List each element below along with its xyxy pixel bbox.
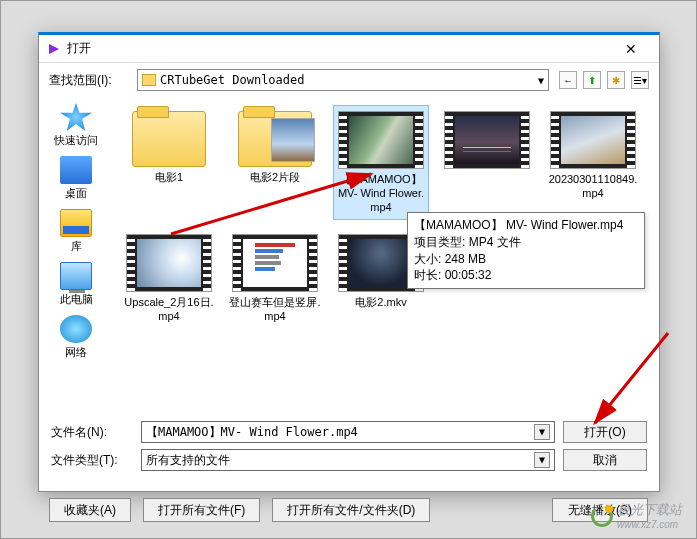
views-icon[interactable]: ☰▾ <box>631 71 649 89</box>
location-combo[interactable]: CRTubeGet Downloaded ▼ <box>137 69 549 91</box>
file-item-folder[interactable]: 电影1 <box>121 105 217 220</box>
sidebar-item-label: 网络 <box>65 345 87 360</box>
folder-icon <box>238 111 312 167</box>
file-name: 电影1 <box>155 171 183 185</box>
sidebar-item-quickaccess[interactable]: 快速访问 <box>54 103 98 148</box>
tooltip-filename: 【MAMAMOO】 MV- Wind Flower.mp4 <box>414 217 638 234</box>
video-thumbnail <box>338 111 424 169</box>
bottom-button-bar: 收藏夹(A) 打开所有文件(F) 打开所有文件/文件夹(D) 无缝播放(S) <box>49 498 648 522</box>
title-text: 打开 <box>67 40 611 57</box>
file-item-video[interactable]: 20230301110849.mp4 <box>545 105 641 220</box>
filetype-label: 文件类型(T): <box>51 452 133 469</box>
chevron-down-icon: ▼ <box>534 452 550 468</box>
sidebar-item-label: 快速访问 <box>54 133 98 148</box>
up-icon[interactable]: ⬆ <box>583 71 601 89</box>
location-text: CRTubeGet Downloaded <box>160 73 305 87</box>
open-button[interactable]: 打开(O) <box>563 421 647 443</box>
file-item-video[interactable] <box>439 105 535 220</box>
app-icon <box>47 42 61 56</box>
open-all-files-button[interactable]: 打开所有文件(F) <box>143 498 260 522</box>
cancel-button[interactable]: 取消 <box>563 449 647 471</box>
toolbar: 查找范围(I): CRTubeGet Downloaded ▼ ← ⬆ ✱ ☰▾ <box>39 63 659 97</box>
file-tooltip: 【MAMAMOO】 MV- Wind Flower.mp4 项目类型: MP4 … <box>407 212 645 289</box>
filetype-value: 所有支持的文件 <box>146 452 230 469</box>
svg-marker-0 <box>49 44 59 54</box>
folder-icon <box>132 111 206 167</box>
sidebar-item-thispc[interactable]: 此电脑 <box>60 262 93 307</box>
video-thumbnail <box>126 234 212 292</box>
chevron-down-icon: ▼ <box>534 424 550 440</box>
new-folder-icon[interactable]: ✱ <box>607 71 625 89</box>
bottom-fields: 文件名(N): 【MAMAMOO】MV- Wind Flower.mp4 ▼ 打… <box>39 415 659 471</box>
thispc-icon <box>60 262 92 290</box>
tooltip-duration-row: 时长: 00:05:32 <box>414 267 638 284</box>
file-item-video[interactable]: 登山赛车但是竖屏.mp4 <box>227 228 323 330</box>
video-thumbnail <box>444 111 530 169</box>
tooltip-type-row: 项目类型: MP4 文件 <box>414 234 638 251</box>
favorites-button[interactable]: 收藏夹(A) <box>49 498 131 522</box>
chevron-down-icon: ▼ <box>538 75 544 86</box>
video-thumbnail <box>232 234 318 292</box>
sidebar: 快速访问 桌面 库 此电脑 网络 <box>39 97 113 415</box>
file-name: 登山赛车但是竖屏.mp4 <box>229 296 321 324</box>
desktop-icon <box>60 156 92 184</box>
file-item-video[interactable]: Upscale_2月16日.mp4 <box>121 228 217 330</box>
sidebar-item-network[interactable]: 网络 <box>60 315 92 360</box>
back-icon[interactable]: ← <box>559 71 577 89</box>
network-icon <box>60 315 92 343</box>
filetype-combo[interactable]: 所有支持的文件 ▼ <box>141 449 555 471</box>
seamless-button[interactable]: 无缝播放(S) <box>552 498 648 522</box>
open-all-folders-button[interactable]: 打开所有文件/文件夹(D) <box>272 498 430 522</box>
tooltip-size-row: 大小: 248 MB <box>414 251 638 268</box>
file-name: 20230301110849.mp4 <box>547 173 639 201</box>
quickaccess-icon <box>60 103 92 131</box>
sidebar-item-desktop[interactable]: 桌面 <box>60 156 92 201</box>
look-in-label: 查找范围(I): <box>49 72 131 89</box>
file-name: 【MAMAMOO】 MV- Wind Flower.mp4 <box>335 173 427 214</box>
file-name: Upscale_2月16日.mp4 <box>123 296 215 324</box>
file-item-folder[interactable]: 电影2片段 <box>227 105 323 220</box>
video-thumbnail <box>550 111 636 169</box>
close-button[interactable]: ✕ <box>611 41 651 57</box>
file-item-video-selected[interactable]: 【MAMAMOO】 MV- Wind Flower.mp4 <box>333 105 429 220</box>
outer-frame: 打开 ✕ 查找范围(I): CRTubeGet Downloaded ▼ ← ⬆… <box>0 0 697 539</box>
file-name: 电影2片段 <box>250 171 300 185</box>
sidebar-item-library[interactable]: 库 <box>60 209 92 254</box>
library-icon <box>60 209 92 237</box>
sidebar-item-label: 库 <box>71 239 82 254</box>
filename-label: 文件名(N): <box>51 424 133 441</box>
sidebar-item-label: 桌面 <box>65 186 87 201</box>
filename-value: 【MAMAMOO】MV- Wind Flower.mp4 <box>146 424 358 441</box>
toolbar-icons: ← ⬆ ✱ ☰▾ <box>559 71 649 89</box>
sidebar-item-label: 此电脑 <box>60 292 93 307</box>
folder-icon <box>142 74 156 86</box>
filename-combo[interactable]: 【MAMAMOO】MV- Wind Flower.mp4 ▼ <box>141 421 555 443</box>
titlebar: 打开 ✕ <box>39 35 659 63</box>
file-name: 电影2.mkv <box>355 296 406 310</box>
